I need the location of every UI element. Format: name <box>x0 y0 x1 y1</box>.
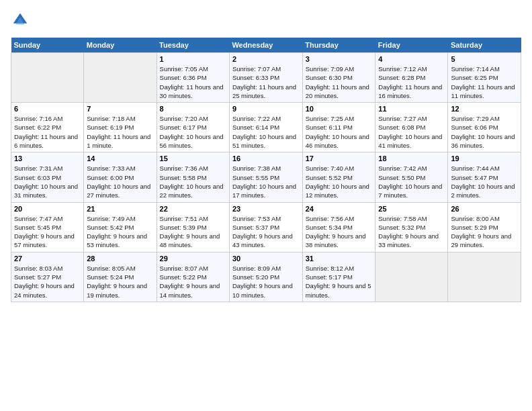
calendar-cell: 31Sunrise: 8:12 AMSunset: 5:17 PMDayligh… <box>302 252 375 302</box>
day-info: Sunrise: 7:56 AMSunset: 5:34 PMDaylight:… <box>306 214 373 250</box>
day-number: 24 <box>306 205 373 213</box>
day-info: Sunrise: 7:58 AMSunset: 5:32 PMDaylight:… <box>378 214 445 250</box>
day-number: 7 <box>87 105 153 113</box>
calendar-cell: 20Sunrise: 7:47 AMSunset: 5:45 PMDayligh… <box>11 202 84 252</box>
calendar-cell: 17Sunrise: 7:40 AMSunset: 5:52 PMDayligh… <box>302 152 375 202</box>
header-cell-wednesday: Wednesday <box>229 38 302 53</box>
day-info: Sunrise: 7:12 AMSunset: 6:28 PMDaylight:… <box>378 64 445 100</box>
logo <box>11 11 32 30</box>
day-number: 23 <box>232 205 300 213</box>
calendar-cell: 2Sunrise: 7:07 AMSunset: 6:33 PMDaylight… <box>229 53 302 103</box>
day-number: 16 <box>232 154 300 163</box>
day-number: 9 <box>232 105 300 113</box>
day-info: Sunrise: 7:38 AMSunset: 5:55 PMDaylight:… <box>232 164 300 199</box>
calendar-cell: 1Sunrise: 7:05 AMSunset: 6:36 PMDaylight… <box>157 53 229 103</box>
day-number: 6 <box>14 105 81 113</box>
day-number: 30 <box>232 255 300 263</box>
calendar-cell <box>448 252 521 302</box>
day-number: 31 <box>306 255 373 263</box>
header-cell-saturday: Saturday <box>448 38 521 53</box>
day-info: Sunrise: 8:09 AMSunset: 5:20 PMDaylight:… <box>232 264 300 300</box>
day-number: 13 <box>14 154 81 163</box>
calendar-week-5: 27Sunrise: 8:03 AMSunset: 5:27 PMDayligh… <box>11 252 521 302</box>
day-info: Sunrise: 7:09 AMSunset: 6:30 PMDaylight:… <box>306 64 373 100</box>
calendar-cell: 23Sunrise: 7:53 AMSunset: 5:37 PMDayligh… <box>229 202 302 252</box>
calendar-cell: 27Sunrise: 8:03 AMSunset: 5:27 PMDayligh… <box>11 252 84 302</box>
day-info: Sunrise: 8:03 AMSunset: 5:27 PMDaylight:… <box>14 264 81 300</box>
calendar-week-1: 1Sunrise: 7:05 AMSunset: 6:36 PMDaylight… <box>11 53 521 103</box>
day-info: Sunrise: 7:07 AMSunset: 6:33 PMDaylight:… <box>232 64 300 100</box>
calendar-week-4: 20Sunrise: 7:47 AMSunset: 5:45 PMDayligh… <box>11 202 521 252</box>
day-info: Sunrise: 7:40 AMSunset: 5:52 PMDaylight:… <box>306 164 373 199</box>
calendar-cell: 8Sunrise: 7:20 AMSunset: 6:17 PMDaylight… <box>157 103 229 152</box>
day-number: 2 <box>232 55 300 63</box>
calendar-cell: 14Sunrise: 7:33 AMSunset: 6:00 PMDayligh… <box>84 152 157 202</box>
day-number: 3 <box>306 55 373 63</box>
day-number: 11 <box>378 105 445 113</box>
calendar-cell: 15Sunrise: 7:36 AMSunset: 5:58 PMDayligh… <box>157 152 229 202</box>
day-info: Sunrise: 7:20 AMSunset: 6:17 PMDaylight:… <box>160 114 226 150</box>
day-info: Sunrise: 7:18 AMSunset: 6:19 PMDaylight:… <box>87 114 153 150</box>
calendar-cell: 16Sunrise: 7:38 AMSunset: 5:55 PMDayligh… <box>229 152 302 202</box>
day-info: Sunrise: 7:05 AMSunset: 6:36 PMDaylight:… <box>160 64 226 100</box>
calendar-week-3: 13Sunrise: 7:31 AMSunset: 6:03 PMDayligh… <box>11 152 521 202</box>
calendar-cell: 11Sunrise: 7:27 AMSunset: 6:08 PMDayligh… <box>375 103 448 152</box>
day-info: Sunrise: 7:16 AMSunset: 6:22 PMDaylight:… <box>14 114 81 150</box>
day-number: 1 <box>160 55 226 63</box>
day-number: 17 <box>306 154 373 163</box>
calendar-cell: 26Sunrise: 8:00 AMSunset: 5:29 PMDayligh… <box>448 202 521 252</box>
calendar-table: SundayMondayTuesdayWednesdayThursdayFrid… <box>11 38 521 302</box>
calendar-cell: 4Sunrise: 7:12 AMSunset: 6:28 PMDaylight… <box>375 53 448 103</box>
day-number: 20 <box>14 205 81 213</box>
day-number: 29 <box>160 255 226 263</box>
calendar-cell: 29Sunrise: 8:07 AMSunset: 5:22 PMDayligh… <box>157 252 229 302</box>
calendar-cell: 19Sunrise: 7:44 AMSunset: 5:47 PMDayligh… <box>448 152 521 202</box>
day-number: 26 <box>451 205 518 213</box>
day-number: 28 <box>87 255 153 263</box>
day-number: 27 <box>14 255 81 263</box>
day-info: Sunrise: 7:42 AMSunset: 5:50 PMDaylight:… <box>378 164 445 199</box>
day-info: Sunrise: 8:05 AMSunset: 5:24 PMDaylight:… <box>87 264 153 300</box>
calendar-cell: 18Sunrise: 7:42 AMSunset: 5:50 PMDayligh… <box>375 152 448 202</box>
calendar-cell <box>375 252 448 302</box>
header-cell-friday: Friday <box>375 38 448 53</box>
day-number: 4 <box>378 55 445 63</box>
header-cell-monday: Monday <box>84 38 157 53</box>
calendar-cell: 7Sunrise: 7:18 AMSunset: 6:19 PMDaylight… <box>84 103 157 152</box>
day-number: 18 <box>378 154 445 163</box>
calendar-cell <box>84 53 157 103</box>
day-number: 8 <box>160 105 226 113</box>
day-info: Sunrise: 7:31 AMSunset: 6:03 PMDaylight:… <box>14 164 81 199</box>
day-info: Sunrise: 8:00 AMSunset: 5:29 PMDaylight:… <box>451 214 518 250</box>
calendar-cell: 13Sunrise: 7:31 AMSunset: 6:03 PMDayligh… <box>11 152 84 202</box>
day-info: Sunrise: 7:25 AMSunset: 6:11 PMDaylight:… <box>306 114 373 150</box>
day-number: 14 <box>87 154 153 163</box>
header-cell-tuesday: Tuesday <box>157 38 229 53</box>
header-cell-thursday: Thursday <box>302 38 375 53</box>
day-number: 22 <box>160 205 226 213</box>
calendar-cell: 6Sunrise: 7:16 AMSunset: 6:22 PMDaylight… <box>11 103 84 152</box>
day-info: Sunrise: 7:47 AMSunset: 5:45 PMDaylight:… <box>14 214 81 250</box>
day-info: Sunrise: 7:44 AMSunset: 5:47 PMDaylight:… <box>451 164 518 199</box>
day-number: 21 <box>87 205 153 213</box>
day-info: Sunrise: 7:51 AMSunset: 5:39 PMDaylight:… <box>160 214 226 250</box>
day-number: 10 <box>306 105 373 113</box>
calendar-cell: 22Sunrise: 7:51 AMSunset: 5:39 PMDayligh… <box>157 202 229 252</box>
header-cell-sunday: Sunday <box>11 38 84 53</box>
day-info: Sunrise: 7:29 AMSunset: 6:06 PMDaylight:… <box>451 114 518 150</box>
day-info: Sunrise: 7:49 AMSunset: 5:42 PMDaylight:… <box>87 214 153 250</box>
calendar-cell: 5Sunrise: 7:14 AMSunset: 6:25 PMDaylight… <box>448 53 521 103</box>
day-number: 25 <box>378 205 445 213</box>
calendar-cell: 9Sunrise: 7:22 AMSunset: 6:14 PMDaylight… <box>229 103 302 152</box>
logo-icon <box>11 11 30 30</box>
calendar-body: 1Sunrise: 7:05 AMSunset: 6:36 PMDaylight… <box>11 53 521 302</box>
day-number: 12 <box>451 105 518 113</box>
calendar-cell: 25Sunrise: 7:58 AMSunset: 5:32 PMDayligh… <box>375 202 448 252</box>
calendar-cell: 28Sunrise: 8:05 AMSunset: 5:24 PMDayligh… <box>84 252 157 302</box>
day-info: Sunrise: 8:07 AMSunset: 5:22 PMDaylight:… <box>160 264 226 300</box>
calendar-cell: 21Sunrise: 7:49 AMSunset: 5:42 PMDayligh… <box>84 202 157 252</box>
calendar-header-row: SundayMondayTuesdayWednesdayThursdayFrid… <box>11 38 521 53</box>
day-info: Sunrise: 7:14 AMSunset: 6:25 PMDaylight:… <box>451 64 518 100</box>
calendar-cell: 24Sunrise: 7:56 AMSunset: 5:34 PMDayligh… <box>302 202 375 252</box>
day-number: 5 <box>451 55 518 63</box>
